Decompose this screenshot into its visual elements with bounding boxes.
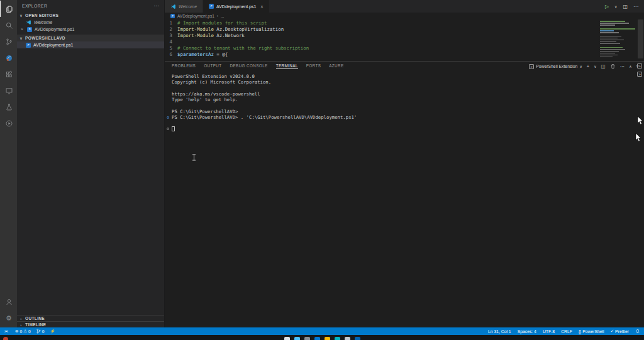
extensions-icon[interactable] <box>0 66 17 82</box>
taskbar-app-icon[interactable] <box>355 337 360 340</box>
more-actions-icon[interactable]: ⋯ <box>620 63 625 69</box>
settings-gear-icon[interactable]: ⚙ <box>0 310 17 326</box>
azure-icon[interactable] <box>0 50 17 66</box>
split-terminal-icon[interactable]: ◫ <box>601 63 606 69</box>
tab-output[interactable]: OUTPUT <box>204 63 221 69</box>
language-mode-status[interactable]: {} PowerShell <box>579 329 604 334</box>
code-editor[interactable]: 1 # Import modules for this script 2 Imp… <box>165 19 644 61</box>
windows-taskbar[interactable] <box>0 335 644 340</box>
run-debug-icon[interactable] <box>0 115 17 131</box>
maximize-panel-icon[interactable]: ∧ <box>629 64 631 69</box>
file-avddeployment[interactable]: > AVDdeployment.ps1 <box>17 41 164 48</box>
tab-problems[interactable]: PROBLEMS <box>172 63 196 69</box>
line-number: 3 <box>165 33 177 39</box>
terminal-line <box>172 120 644 126</box>
taskbar-app-icon[interactable] <box>294 337 300 340</box>
taskbar-app-icon[interactable] <box>304 337 310 340</box>
chevron-right-icon: › <box>19 317 23 321</box>
explorer-icon[interactable] <box>0 1 17 17</box>
close-icon[interactable]: × <box>260 4 263 9</box>
terminal-instance-icon[interactable]: > <box>637 63 642 69</box>
testing-icon[interactable] <box>0 99 17 115</box>
chevron-down-icon: ∨ <box>19 13 23 18</box>
new-terminal-icon[interactable]: + <box>587 63 589 69</box>
editor-group: Welcome > AVDdeployment.ps1 × ▷ ∨ ◫ ⋯ > … <box>165 0 644 327</box>
encoding-status[interactable]: UTF-8 <box>543 329 555 334</box>
command-decoration-icon[interactable] <box>167 116 169 119</box>
breadcrumb-more[interactable]: ... <box>221 14 224 18</box>
powershell-session-status[interactable]: ⚡ <box>50 329 55 334</box>
tab-avddeployment[interactable]: > AVDdeployment.ps1 × <box>203 0 270 13</box>
taskbar-app-icon[interactable] <box>345 337 350 340</box>
outline-label: OUTLINE <box>25 316 45 321</box>
terminal-instance-icon[interactable]: > <box>637 72 642 77</box>
outline-section-header[interactable]: › OUTLINE <box>17 315 164 321</box>
terminal-line: Copyright (c) Microsoft Corporation. <box>172 79 644 85</box>
minimap[interactable] <box>600 21 636 58</box>
terminal-output[interactable]: PowerShell Extension v2024.0.0 Copyright… <box>165 71 644 327</box>
powershell-file-icon: > <box>209 4 214 9</box>
powershell-file-icon: > <box>26 43 31 48</box>
tab-welcome[interactable]: Welcome <box>165 0 203 13</box>
split-editor-icon[interactable]: ◫ <box>623 4 628 9</box>
taskbar-app-icon[interactable] <box>325 337 330 340</box>
indentation-status[interactable]: Spaces: 4 <box>518 329 536 334</box>
more-actions-icon[interactable]: ⋯ <box>633 4 638 9</box>
taskbar-app-icon[interactable] <box>314 337 320 340</box>
taskbar-app-icon[interactable] <box>335 337 340 340</box>
run-script-icon[interactable]: ▷ <box>605 4 609 9</box>
terminal-dropdown-icon[interactable]: ∨ <box>594 64 596 69</box>
panel-header: PROBLEMS OUTPUT DEBUG CONSOLE TERMINAL P… <box>165 62 644 71</box>
open-editor-welcome[interactable]: Welcome <box>17 19 164 26</box>
code-line: 1 # Import modules for this script <box>165 20 644 26</box>
taskbar-app-icon[interactable] <box>284 337 290 340</box>
remote-indicator[interactable]: >< <box>3 329 9 333</box>
chevron-right-icon: › <box>217 14 218 18</box>
notifications-bell-icon[interactable] <box>635 329 640 334</box>
powershell-file-icon: > <box>27 27 32 32</box>
panel-actions: > PowerShell Extension ∨ + ∨ ◫ ⋯ ∧ × <box>529 63 639 69</box>
check-icon: ✓ <box>611 329 614 334</box>
remote-explorer-icon[interactable] <box>0 82 17 99</box>
breadcrumb-file[interactable]: AVDdeployment.ps1 <box>177 14 214 18</box>
cursor-position-status[interactable]: Ln 31, Col 1 <box>488 329 511 334</box>
file-label: AVDdeployment.ps1 <box>33 43 73 47</box>
terminal-line: Type 'help' to get help. <box>172 97 644 102</box>
panel-tabs: PROBLEMS OUTPUT DEBUG CONSOLE TERMINAL P… <box>172 63 344 69</box>
run-dropdown-icon[interactable]: ∨ <box>614 4 617 9</box>
powershell-file-icon: > <box>170 14 175 18</box>
code-line: 4 <box>165 39 644 45</box>
account-icon[interactable] <box>0 293 17 310</box>
vscode-window: ⚙ EXPLORER ⋯ ∨ OPEN EDITORS Welcome × <box>0 0 644 340</box>
formatter-status[interactable]: ✓ Prettier <box>611 329 629 334</box>
vscode-logo-icon <box>26 19 31 25</box>
editor-scrollbar[interactable] <box>638 19 643 58</box>
close-icon[interactable]: × <box>19 27 25 31</box>
open-editors-section-header[interactable]: ∨ OPEN EDITORS <box>17 12 164 19</box>
tab-debug-console[interactable]: DEBUG CONSOLE <box>230 63 268 69</box>
prompt-decoration-icon[interactable] <box>167 128 169 130</box>
tab-azure[interactable]: AZURE <box>329 63 343 69</box>
open-editor-avddeployment[interactable]: × > AVDdeployment.ps1 <box>17 26 164 33</box>
taskbar-tray-icon[interactable] <box>3 337 8 340</box>
timeline-section-header[interactable]: › TIMELINE <box>17 321 164 327</box>
terminal-profile-selector[interactable]: > PowerShell Extension ∨ <box>529 64 582 69</box>
folder-section-header[interactable]: ∨ POWERSHELLAVD <box>17 35 164 41</box>
editor-actions: ▷ ∨ ◫ ⋯ <box>599 0 644 13</box>
open-editors-label: OPEN EDITORS <box>25 13 58 18</box>
terminal-line: PS C:\Git\PowershellAVD> <box>172 109 644 114</box>
more-actions-icon[interactable]: ⋯ <box>154 3 159 9</box>
eol-status[interactable]: CRLF <box>561 329 572 334</box>
kill-terminal-icon[interactable] <box>610 63 616 69</box>
tab-label: Welcome <box>179 4 197 9</box>
problems-status[interactable]: ⊗ 0 ⚠ 0 <box>15 329 31 334</box>
terminal-cursor <box>172 126 175 131</box>
search-icon[interactable] <box>0 17 17 33</box>
source-control-icon[interactable] <box>0 33 17 50</box>
tab-terminal[interactable]: TERMINAL <box>276 63 298 69</box>
terminal-line <box>172 102 644 108</box>
tab-ports[interactable]: PORTS <box>306 63 321 69</box>
breadcrumb[interactable]: > AVDdeployment.ps1 › ... <box>165 13 644 19</box>
branch-status[interactable]: 0 <box>36 329 45 334</box>
activity-bar: ⚙ <box>0 0 17 327</box>
